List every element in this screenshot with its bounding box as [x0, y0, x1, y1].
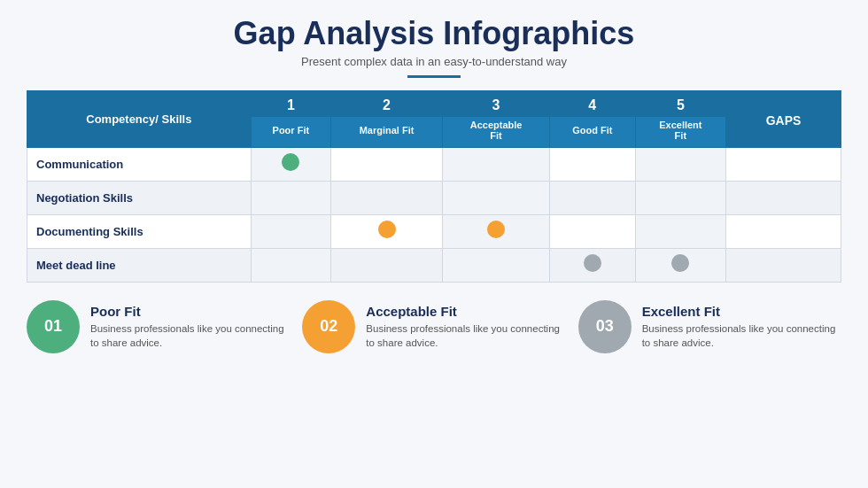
legend-card-1: 02Acceptable FitBusiness professionals l…: [302, 300, 565, 353]
legend-description: Business professionals like you connecti…: [366, 321, 565, 350]
cell-r2-c4: [635, 214, 725, 248]
col-header-2: 2: [330, 90, 442, 116]
col-label-5: ExcellentFit: [635, 116, 725, 147]
skill-label: Documenting Skills: [27, 214, 252, 248]
dot-indicator: [282, 153, 299, 171]
header-row-numbers: Competency/ Skills 1 2 3 4 5 GAPS: [27, 90, 841, 116]
gaps-cell: [726, 214, 841, 248]
col-header-5: 5: [635, 90, 725, 116]
cell-r3-c0: [251, 248, 330, 282]
legend-badge: 02: [302, 300, 355, 353]
col-label-2: Marginal Fit: [330, 116, 442, 147]
competency-header: Competency/ Skills: [27, 90, 252, 147]
gaps-cell: [726, 147, 841, 181]
cell-r2-c3: [549, 214, 635, 248]
table-row: Negotiation Skills: [27, 181, 841, 214]
col-header-3: 3: [443, 90, 550, 116]
col-label-4: Good Fit: [549, 116, 635, 147]
page-subtitle: Present complex data in an easy-to-under…: [301, 55, 567, 68]
cell-r0-c3: [549, 147, 635, 181]
cell-r1-c3: [549, 181, 635, 214]
legend-text: Poor FitBusiness professionals like you …: [90, 300, 290, 350]
cell-r0-c2: [443, 147, 550, 181]
gaps-cell: [726, 248, 841, 282]
cell-r1-c4: [635, 181, 725, 214]
cell-r2-c0: [251, 214, 330, 248]
skill-label: Negotiation Skills: [27, 181, 252, 214]
legend-card-0: 01Poor FitBusiness professionals like yo…: [27, 300, 290, 353]
gap-analysis-table: Competency/ Skills 1 2 3 4 5 GAPS Poor F…: [27, 90, 841, 283]
table-row: Documenting Skills: [27, 214, 841, 248]
legend-badge: 01: [27, 300, 80, 353]
legend-text: Excellent FitBusiness professionals like…: [642, 300, 841, 350]
legend-title: Excellent Fit: [642, 304, 841, 319]
dot-indicator: [584, 254, 601, 272]
page: Gap Analysis Infographics Present comple…: [0, 0, 868, 488]
col-label-3: AcceptableFit: [443, 116, 550, 147]
gaps-header: GAPS: [726, 90, 841, 147]
table-row: Communication: [27, 147, 841, 181]
cell-r3-c4: [635, 248, 725, 282]
cell-r3-c3: [549, 248, 635, 282]
cell-r1-c2: [443, 181, 550, 214]
dot-indicator: [671, 254, 689, 272]
legend-title: Acceptable Fit: [366, 304, 565, 319]
cell-r1-c1: [330, 181, 442, 214]
gaps-cell: [726, 181, 841, 214]
legend-description: Business professionals like you connecti…: [90, 321, 290, 350]
col-header-1: 1: [251, 90, 330, 116]
cell-r3-c2: [443, 248, 550, 282]
col-header-4: 4: [549, 90, 635, 116]
dot-indicator: [378, 221, 396, 238]
page-title: Gap Analysis Infographics: [234, 16, 635, 51]
cell-r0-c1: [330, 147, 442, 181]
table-row: Meet dead line: [27, 248, 841, 282]
cell-r3-c1: [330, 248, 442, 282]
dot-indicator: [487, 221, 505, 238]
skill-label: Meet dead line: [27, 248, 252, 282]
cell-r1-c0: [251, 181, 330, 214]
legend-description: Business professionals like you connecti…: [642, 321, 841, 350]
legend-title: Poor Fit: [90, 304, 290, 319]
legend-section: 01Poor FitBusiness professionals like yo…: [27, 300, 841, 353]
legend-text: Acceptable FitBusiness professionals lik…: [366, 300, 565, 350]
cell-r2-c2: [443, 214, 550, 248]
cell-r0-c0: [251, 147, 330, 181]
legend-card-2: 03Excellent FitBusiness professionals li…: [578, 300, 841, 353]
legend-badge: 03: [578, 300, 632, 353]
cell-r0-c4: [635, 147, 725, 181]
cell-r2-c1: [330, 214, 442, 248]
col-label-1: Poor Fit: [251, 116, 330, 147]
title-divider: [407, 75, 461, 78]
skill-label: Communication: [27, 147, 252, 181]
